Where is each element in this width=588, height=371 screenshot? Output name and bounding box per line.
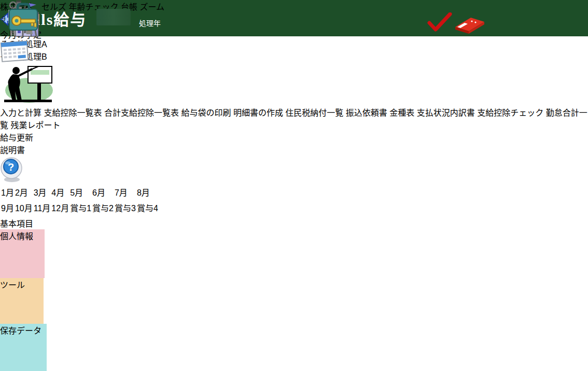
menu-link-payment-status-detail[interactable]: 支払状況内訳書 (417, 108, 475, 117)
month-cell[interactable]: 9月 (1, 201, 14, 214)
zoom-range-button[interactable] (0, 12, 588, 28)
bonus-cell[interactable]: 賞与3 (115, 201, 136, 214)
menu-link-pay-envelope-print[interactable]: 給与袋の印刷 (181, 108, 231, 117)
month-table: 1月 2月 3月 4月 5月 6月 7月 8月 9月 10月 11月 12月 賞… (0, 185, 159, 217)
menu-link-deduction-check[interactable]: 支給控除チェック (477, 108, 543, 117)
month-cell[interactable]: 10月 (15, 201, 33, 214)
menu-link-statement-create[interactable]: 明細書の作成 (233, 108, 283, 117)
bonus-cell[interactable]: 賞与2 (92, 201, 114, 214)
menu-link-input-calc[interactable]: 入力と計算 (0, 108, 41, 117)
age-check-icon[interactable] (424, 12, 454, 32)
calendar-icon (0, 39, 31, 63)
personal-info-button[interactable]: 個人情報 (0, 229, 45, 278)
menu-link-denomination-table[interactable]: 金種表 (389, 108, 414, 117)
month-cell[interactable]: 8月 (137, 186, 158, 198)
schedule-button[interactable] (0, 40, 588, 64)
month-cell[interactable]: 5月 (70, 186, 91, 198)
menu-link-transfer-request[interactable]: 振込依頼書 (346, 108, 387, 117)
manual-label: 説明書 (0, 143, 588, 156)
presenter-clipart (0, 62, 55, 104)
menu-link-total-payment-list[interactable]: 合計支給控除一覧表 (104, 108, 179, 117)
app-window: 9 Cells給与 処理年 株式会社 セルズ 年齢チェック 台帳 ズーム 今月の (0, 0, 588, 371)
menu-link-overtime-report[interactable]: 残業レポート (10, 121, 60, 130)
month-cell[interactable]: 2月 (15, 186, 33, 198)
saved-data-button[interactable]: 保存データ (0, 324, 47, 371)
redacted-processing-year-value[interactable] (167, 12, 214, 26)
menu-link-resident-tax-list[interactable]: 住民税納付一覧 (285, 108, 343, 117)
month-cell[interactable]: 4月 (51, 186, 69, 198)
zoom-label: ズーム (139, 3, 164, 11)
key-briefcase-icon (5, 2, 41, 35)
basic-items-label: 基本項目 (0, 217, 588, 229)
saved-data-label: 保存データ (0, 324, 47, 336)
month-cell[interactable]: 11月 (34, 201, 51, 214)
redacted-user-name (96, 9, 131, 25)
bonus-cell[interactable]: 賞与1 (70, 201, 91, 214)
month-cell[interactable]: 3月 (34, 186, 51, 198)
ledger-icon[interactable] (452, 15, 486, 34)
tools-button[interactable]: ツール (0, 278, 44, 324)
menu-link-payment-deduction-list[interactable]: 支給控除一覧表 (44, 108, 102, 117)
action-buttons-panel: 基本項目 個人情報 (0, 217, 588, 371)
personal-info-label: 個人情報 (0, 229, 45, 242)
question-ball-icon[interactable]: ? (0, 156, 24, 183)
month-selector-panel: 1月 2月 3月 4月 5月 6月 7月 8月 9月 10月 11月 12月 賞… (0, 185, 588, 217)
header-bar: 9 Cells給与 処理年 株式会社 セルズ 年齢チェック 台帳 ズーム 今月の (0, 0, 588, 36)
month-cell[interactable]: 12月 (51, 201, 69, 214)
basic-items-button[interactable]: 基本項目 (0, 217, 588, 229)
month-cell[interactable]: 7月 (115, 186, 136, 198)
salary-update-button[interactable]: 給与更新 (0, 131, 588, 143)
tools-label: ツール (0, 278, 44, 291)
month-cell[interactable]: 6月 (92, 186, 114, 198)
processing-year-label: 処理年 (139, 18, 161, 28)
menu-board: 入力と計算 支給控除一覧表 合計支給控除一覧表 給与袋の印刷 明細書の作成 住民… (0, 106, 588, 143)
basic-items-tile: 基本項目 (0, 217, 588, 229)
month-cell[interactable]: 1月 (1, 186, 14, 198)
bonus-cell[interactable]: 賞与4 (137, 201, 158, 214)
